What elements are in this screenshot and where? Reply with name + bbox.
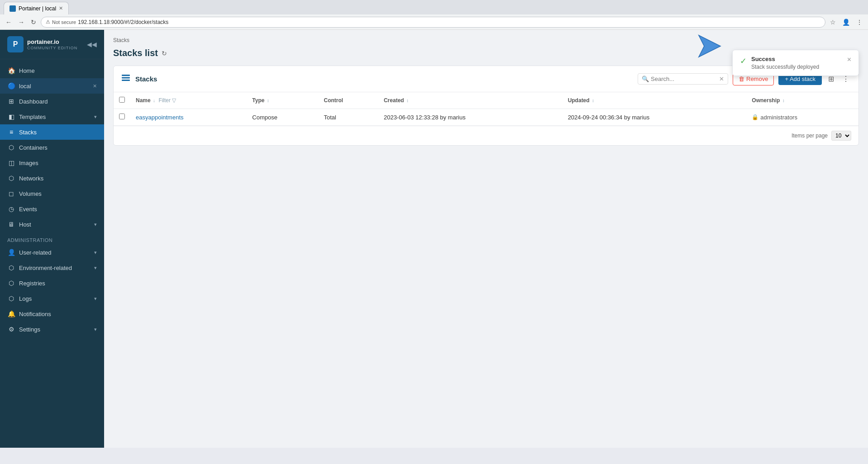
col-ownership-label: Ownership [752, 97, 780, 104]
local-env-close[interactable]: ✕ [93, 83, 97, 89]
images-icon: ◫ [7, 159, 15, 166]
sidebar-item-images[interactable]: ◫ Images [0, 155, 104, 170]
search-icon: 🔍 [642, 76, 649, 82]
networks-label: Networks [19, 175, 97, 182]
created-sort-icon[interactable]: ↕ [406, 98, 409, 103]
back-button[interactable]: ← [4, 18, 14, 27]
sidebar-item-user-related[interactable]: 👤 User-related ▾ [0, 245, 104, 260]
ownership-sort-icon[interactable]: ↕ [782, 98, 785, 103]
containers-icon: ⬡ [7, 144, 15, 151]
menu-button[interactable]: ⋮ [854, 18, 864, 27]
toast-content: Success Stack successfully deployed [751, 56, 843, 70]
toast-close-button[interactable]: × [847, 56, 851, 64]
col-updated-label: Updated [568, 97, 590, 104]
volumes-label: Volumes [19, 190, 97, 197]
sidebar-item-stacks[interactable]: ≡ Stacks [0, 124, 104, 140]
volumes-icon: ◻ [7, 190, 15, 197]
table-row: easyappointments Compose Total 2023-06-0… [114, 109, 858, 126]
admin-section-header: Administration [0, 232, 104, 245]
sidebar-item-notifications[interactable]: 🔔 Notifications [0, 306, 104, 322]
sidebar-item-registries[interactable]: ⬡ Registries [0, 275, 104, 291]
sidebar: P portainer.io COMMUNITY EDITION ◀◀ 🏠 Ho… [0, 30, 104, 448]
sidebar-item-home[interactable]: 🏠 Home [0, 63, 104, 78]
forward-button[interactable]: → [16, 18, 26, 27]
stacks-label: Stacks [19, 129, 97, 136]
row-checkbox[interactable] [119, 114, 125, 119]
updated-sort-icon[interactable]: ↕ [592, 98, 594, 103]
sidebar-item-local[interactable]: 🔵 local ✕ [0, 78, 104, 94]
settings-chevron: ▾ [94, 327, 97, 332]
address-bar[interactable]: ⚠ Not secure 192.168.1.18:9000/#!/2/dock… [41, 17, 825, 28]
col-created-label: Created [384, 97, 404, 104]
sidebar-item-containers[interactable]: ⬡ Containers [0, 140, 104, 155]
environment-related-label: Environment-related [19, 265, 91, 271]
sidebar-collapse-button[interactable]: ◀◀ [87, 41, 97, 48]
host-label: Host [19, 221, 91, 228]
select-all-cell[interactable] [114, 92, 130, 109]
notifications-label: Notifications [19, 311, 97, 317]
sidebar-item-host[interactable]: 🖥 Host ▾ [0, 217, 104, 232]
sidebar-item-volumes[interactable]: ◻ Volumes [0, 186, 104, 201]
col-name: Name ↓ Filter ▽ [130, 92, 247, 109]
tab-close-button[interactable]: ✕ [59, 5, 63, 11]
remove-icon: 🗑 [739, 76, 744, 82]
col-updated: Updated ↕ [563, 92, 747, 109]
logs-chevron: ▾ [94, 296, 97, 302]
tab-favicon [10, 5, 16, 12]
refresh-button[interactable]: ↻ [162, 50, 167, 57]
col-control: Control [319, 92, 378, 109]
environment-related-icon: ⬡ [7, 264, 15, 271]
active-tab[interactable]: Portainer | local ✕ [4, 2, 69, 14]
breadcrumb: Stacks [113, 37, 859, 43]
settings-icon: ⚙ [7, 326, 15, 333]
templates-chevron: ▾ [94, 114, 97, 120]
name-sort-icon[interactable]: ↓ [153, 98, 155, 103]
url-text: 192.168.1.18:9000/#!/2/docker/stacks [78, 19, 168, 25]
home-label: Home [19, 67, 97, 74]
sidebar-item-dashboard[interactable]: ⊞ Dashboard [0, 94, 104, 109]
svg-rect-0 [122, 75, 130, 76]
ownership-container: 🔒 administrators [752, 114, 853, 121]
col-type: Type ↕ [247, 92, 318, 109]
items-per-page-select[interactable]: 10 25 50 [831, 131, 851, 141]
search-input[interactable] [651, 76, 717, 82]
row-created-value: 2023-06-03 12:33:28 by marius [384, 114, 466, 121]
sidebar-item-networks[interactable]: ⬡ Networks [0, 170, 104, 186]
app-layout: P portainer.io COMMUNITY EDITION ◀◀ 🏠 Ho… [0, 30, 868, 448]
sidebar-item-templates[interactable]: ◧ Templates ▾ [0, 109, 104, 124]
bookmark-button[interactable]: ☆ [828, 18, 838, 27]
search-clear-button[interactable]: ✕ [719, 76, 724, 82]
type-sort-icon[interactable]: ↕ [267, 98, 269, 103]
row-checkbox-cell[interactable] [114, 109, 130, 126]
svg-rect-2 [122, 80, 130, 81]
row-ownership-cell: 🔒 administrators [746, 109, 858, 126]
add-stack-label: + Add stack [785, 76, 816, 82]
select-all-checkbox[interactable] [119, 97, 125, 103]
sidebar-item-environment-related[interactable]: ⬡ Environment-related ▾ [0, 260, 104, 275]
registries-label: Registries [19, 280, 97, 287]
filter-button[interactable]: Filter ▽ [158, 97, 176, 104]
sidebar-item-logs[interactable]: ⬡ Logs ▾ [0, 291, 104, 306]
logo-text: portainer.io [27, 38, 77, 46]
dashboard-label: Dashboard [19, 98, 97, 105]
containers-label: Containers [19, 144, 97, 151]
sidebar-item-events[interactable]: ◷ Events [0, 201, 104, 217]
row-control-value: Total [324, 114, 336, 121]
sidebar-item-settings[interactable]: ⚙ Settings ▾ [0, 322, 104, 337]
profile-button[interactable]: 👤 [840, 18, 852, 27]
col-created: Created ↕ [378, 92, 563, 109]
logs-icon: ⬡ [7, 295, 15, 302]
stacks-table: Name ↓ Filter ▽ Type ↕ Control [114, 92, 858, 126]
row-ownership-value: administrators [760, 114, 797, 121]
security-indicator: ⚠ [46, 19, 50, 25]
search-box[interactable]: 🔍 ✕ [638, 73, 728, 85]
reload-button[interactable]: ↻ [29, 18, 38, 27]
svg-rect-1 [122, 77, 130, 79]
stack-name-link[interactable]: easyappointments [136, 114, 184, 121]
table-footer: Items per page 10 25 50 [114, 126, 858, 145]
card-title: Stacks [135, 75, 633, 83]
environment-related-chevron: ▾ [94, 265, 97, 271]
events-label: Events [19, 206, 97, 213]
remove-label: Remove [746, 76, 768, 82]
stacks-card-icon [121, 73, 131, 85]
